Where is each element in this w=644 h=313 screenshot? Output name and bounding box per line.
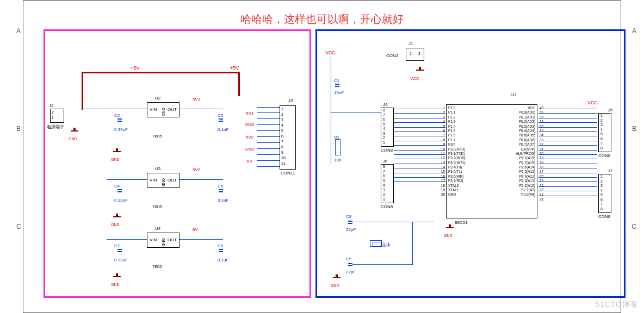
net-5v-label: +5V — [131, 65, 139, 71]
vcc-rail — [331, 57, 331, 165]
c2-val: 0.33uF — [114, 127, 128, 132]
w-j3-1 — [257, 107, 280, 108]
u3-vin: VIN — [150, 178, 157, 183]
gnd-c4 — [113, 216, 121, 222]
j3-net-gnd2: GND — [245, 147, 255, 152]
u1-pins-left-num: 1234567891011121314151617181920 — [439, 106, 445, 197]
j1-p2: 2 — [418, 52, 420, 55]
j4-name: CON8 — [381, 148, 393, 153]
c9-val: 22pF — [346, 270, 356, 274]
u2-ref: U2 — [155, 96, 160, 101]
u3-outnet: 5V2 — [193, 167, 200, 172]
c4-val: 0.33uF — [114, 198, 128, 203]
j4-body: 87654321 — [381, 108, 394, 147]
u4-ref: U4 — [155, 226, 160, 231]
c8-val: 22pF — [346, 227, 356, 232]
j2-ref: J2 — [49, 103, 53, 108]
reg-u2: VIN GND OUT — [147, 102, 179, 117]
j4-ref: J4 — [383, 102, 387, 107]
gnd-u1-lbl: GND — [444, 234, 453, 237]
c2-ref: C2 — [114, 113, 120, 118]
u4-outnet: 6V — [193, 227, 198, 232]
j7-ref: J7 — [608, 168, 612, 173]
gnd-xtal — [333, 277, 340, 283]
w-j3-4 — [257, 124, 280, 125]
u4-vin: VIN — [150, 237, 157, 242]
u4-gnd: GND — [162, 238, 165, 247]
cap-c9 — [348, 261, 352, 268]
u1-pins-left-name: P1.0P1.1P1.2P1.3P1.4P1.5P1.6P1.7RSTP3.0(… — [448, 106, 466, 197]
net-5v-label2: +5V — [230, 65, 239, 71]
row-label-c-right: C — [631, 223, 636, 230]
u2-part: 7805 — [152, 134, 162, 139]
gnd-j2 — [71, 130, 78, 136]
gnd-c2-lbl: GND — [111, 158, 120, 161]
gnd-c2 — [113, 151, 121, 156]
u4-out: OUT — [168, 237, 177, 242]
w-j3-8 — [257, 148, 280, 149]
gnd-u1 — [446, 227, 454, 233]
j3-net-5v2: 5V2 — [246, 135, 253, 140]
c9-ref: C9 — [346, 256, 351, 261]
xtal-val: 晶体 — [382, 242, 391, 248]
c5-val: 0.1uF — [218, 198, 228, 203]
w-j3-5 — [257, 130, 280, 131]
u2-out: OUT — [168, 107, 177, 112]
cap-c8 — [348, 218, 352, 226]
j1-name: CON2 — [386, 53, 398, 58]
c7-val: 0.33uF — [114, 258, 128, 262]
w-j3-7 — [257, 142, 280, 143]
u3-part: 7805 — [152, 204, 162, 209]
u1-ref: U1 — [511, 92, 517, 97]
j2-body: 2 1 — [50, 109, 64, 123]
c8-ref: C8 — [346, 214, 351, 219]
row-label-b-right: B — [632, 125, 636, 133]
u2-gnd: GND — [162, 108, 165, 116]
gnd-xtal-lbl: GND — [331, 284, 339, 287]
u4-part: 7805 — [152, 264, 162, 269]
c3-ref: C3 — [218, 113, 223, 118]
reg-u3: VIN GND OUT — [147, 173, 179, 188]
r1-val: 10K — [334, 158, 342, 162]
gnd-j2-lbl: GND — [69, 137, 77, 141]
j1-ref: J1 — [408, 41, 413, 46]
c5-ref: C5 — [218, 184, 223, 189]
power-block-frame — [44, 29, 311, 298]
gnd-c7 — [113, 276, 121, 281]
row-label-b-left: B — [16, 125, 21, 133]
c7-ref: C7 — [114, 243, 120, 248]
row-label-c-left: C — [16, 223, 21, 230]
res-r1 — [335, 139, 340, 155]
vcc-lbl1: VCC — [325, 50, 336, 55]
w-j3-2 — [257, 112, 280, 113]
c4-ref: C4 — [114, 184, 120, 189]
j1-p1: 1 — [410, 52, 412, 55]
w-j3-10 — [257, 160, 280, 161]
w-j3-6 — [257, 136, 280, 137]
wire-u3-in — [107, 179, 147, 180]
row-label-a-right: A — [632, 27, 636, 35]
j3-net-6v: 6V — [247, 159, 252, 164]
j3-net-gnd1: GND — [245, 122, 255, 127]
gnd-c7-lbl: GND — [111, 283, 120, 286]
schematic-title: 哈哈哈，这样也可以啊，开心就好 — [0, 12, 644, 27]
j6-body: 87654321 — [381, 164, 394, 203]
wire-u3-out — [179, 179, 223, 180]
u2-vin: VIN — [150, 107, 157, 112]
w-x2 — [352, 264, 412, 265]
w-x1 — [352, 222, 434, 222]
bus-5v-h — [82, 72, 239, 73]
wire-u4-in — [107, 239, 147, 240]
j3-net-5v1: 5V1 — [246, 111, 253, 116]
xtal — [370, 240, 382, 247]
j6-ref: J6 — [383, 159, 387, 164]
w-j3-9 — [257, 154, 280, 155]
row-label-a-left: A — [16, 27, 21, 35]
r1-ref: R1 — [334, 135, 339, 140]
j5-name: CON8 — [598, 153, 610, 158]
j6-name: CON8 — [381, 204, 393, 209]
vcc-lbl3: VCC — [587, 100, 598, 105]
vcc-lbl2: VCC — [410, 76, 419, 81]
u1-pins-right-name: VCCP0.0(AD0)P0.1(AD1)P0.2(AD2)P0.3(AD3)P… — [504, 106, 535, 197]
wire-u2-in — [82, 109, 147, 109]
